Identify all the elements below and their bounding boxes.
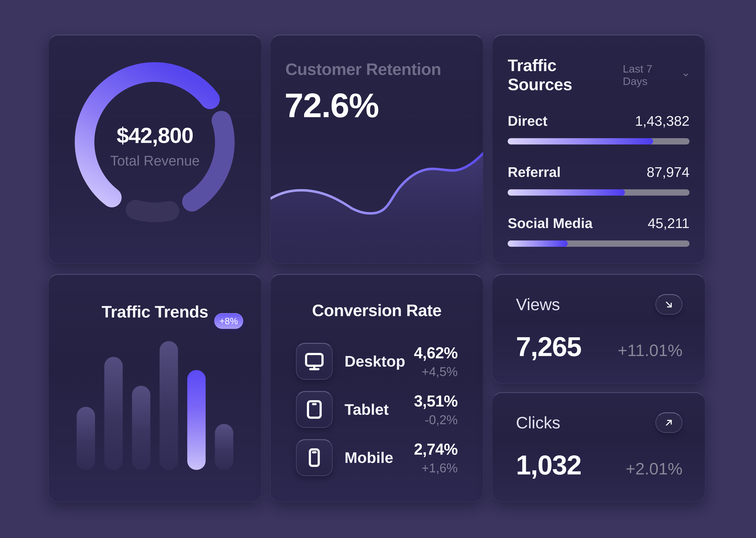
traffic-sources-title: Traffic Sources — [508, 56, 623, 94]
device-label: Mobile — [345, 449, 394, 466]
trend-bar-highlighted — [187, 370, 206, 470]
progress-track — [508, 241, 689, 247]
traffic-trends-bar-chart: +8% — [77, 339, 233, 470]
clicks-title: Clicks — [516, 413, 560, 432]
chevron-down-icon — [682, 71, 689, 79]
conversion-row-mobile: Mobile 2,74% +1,6% — [296, 439, 458, 476]
conversion-rate-title: Conversion Rate — [270, 301, 483, 320]
conversion-delta: +4,5% — [414, 364, 458, 379]
total-revenue-value: $42,800 — [49, 123, 261, 148]
traffic-source-value: 87,974 — [647, 164, 689, 180]
views-value: 7,265 — [516, 331, 581, 362]
conversion-rate-card: Conversion Rate Desktop 4,62% +4,5% — [270, 274, 484, 502]
traffic-source-label: Referral — [508, 164, 560, 180]
progress-track — [508, 138, 689, 144]
conversion-delta: -0,2% — [414, 412, 458, 427]
clicks-link-button[interactable] — [655, 412, 683, 433]
clicks-value: 1,032 — [516, 450, 581, 481]
clicks-delta: +2.01% — [626, 459, 683, 478]
date-range-label: Last 7 Days — [623, 63, 679, 87]
conversion-value: 4,62% — [414, 344, 458, 362]
conversion-row-tablet: Tablet 3,51% -0,2% — [296, 391, 458, 428]
clicks-card: Clicks 1,032 +2.01% — [492, 392, 705, 502]
device-icon-tile — [296, 391, 333, 428]
arrow-down-right-icon — [663, 299, 675, 310]
retention-value: 72.6% — [285, 86, 379, 125]
progress-track — [508, 189, 689, 195]
donut-segment-tertiary — [136, 210, 169, 212]
retention-card: Customer Retention 72.6% — [270, 35, 484, 264]
traffic-source-label: Social Media — [508, 215, 592, 231]
traffic-trends-card: Traffic Trends +8% — [48, 274, 262, 502]
stat-cards-column: Views 7,265 +11.01% Clicks — [492, 274, 705, 502]
mobile-icon — [303, 446, 326, 469]
traffic-source-row: Referral 87,974 — [508, 164, 689, 195]
total-revenue-label: Total Revenue — [49, 153, 261, 169]
conversion-value: 3,51% — [414, 392, 458, 410]
views-card: Views 7,265 +11.01% — [492, 274, 705, 384]
traffic-source-label: Direct — [508, 113, 547, 129]
traffic-source-value: 1,43,382 — [635, 113, 689, 129]
trend-bar — [77, 407, 95, 470]
growth-badge: +8% — [214, 313, 243, 329]
arrow-up-right-icon — [663, 417, 675, 429]
progress-fill — [508, 241, 568, 247]
conversion-row-desktop: Desktop 4,62% +4,5% — [296, 343, 458, 380]
views-link-button[interactable] — [655, 294, 683, 315]
traffic-sources-card: Traffic Sources Last 7 Days Direct 1,43,… — [492, 35, 705, 264]
retention-area-chart — [270, 149, 483, 263]
trend-bar — [160, 341, 178, 470]
device-label: Tablet — [345, 401, 389, 418]
progress-fill — [508, 189, 625, 195]
trend-bar — [215, 424, 233, 470]
tablet-icon — [303, 398, 326, 421]
analytics-dashboard: $42,800 Total Revenue Customer Retention… — [0, 0, 756, 538]
views-title: Views — [516, 295, 560, 314]
device-icon-tile — [296, 343, 333, 380]
traffic-source-value: 45,211 — [648, 215, 689, 231]
desktop-icon — [303, 350, 326, 373]
traffic-source-row: Social Media 45,211 — [508, 215, 689, 247]
retention-title: Customer Retention — [285, 60, 441, 79]
device-label: Desktop — [345, 352, 405, 370]
conversion-delta: +1,6% — [414, 461, 458, 475]
progress-fill — [508, 138, 653, 144]
views-delta: +11.01% — [618, 341, 683, 360]
revenue-card: $42,800 Total Revenue — [48, 35, 262, 264]
traffic-source-row: Direct 1,43,382 — [508, 113, 689, 144]
device-icon-tile — [296, 439, 333, 476]
conversion-value: 2,74% — [414, 440, 458, 458]
date-range-dropdown[interactable]: Last 7 Days — [623, 63, 689, 87]
trend-bar — [132, 386, 150, 470]
trend-bar — [104, 357, 123, 470]
